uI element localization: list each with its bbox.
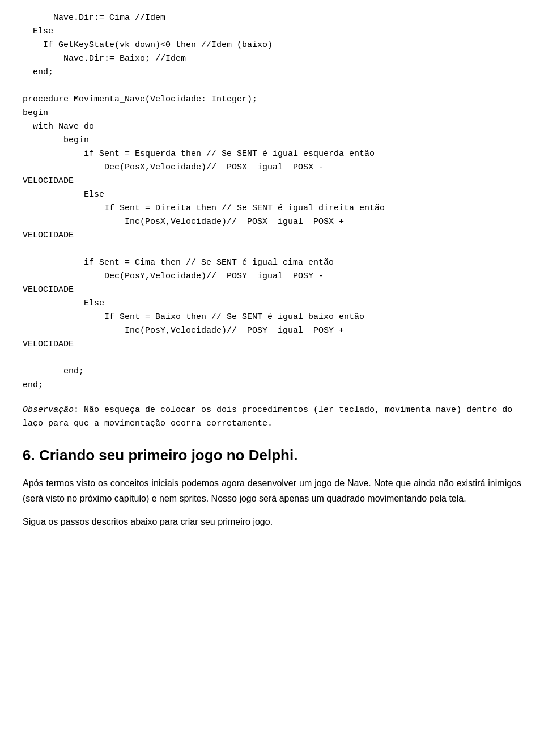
- code-line-2: Else: [23, 27, 53, 36]
- code-line-7: procedure Movimenta_Nave(Velocidade: Int…: [23, 95, 257, 104]
- section-title: 6. Criando seu primeiro jogo no Delphi.: [23, 444, 521, 466]
- code-line-23: If Sent = Baixo then // Se SENT é igual …: [23, 312, 364, 322]
- code-line-12: Dec(PosX,Velocidade)// POSX igual POSX -: [23, 163, 324, 172]
- observation-label: Observação: [23, 405, 74, 415]
- code-line-16: Inc(PosX,Velocidade)// POSX igual POSX +: [23, 217, 344, 227]
- section-number: 6.: [23, 447, 35, 464]
- code-line-21: VELOCIDADE: [23, 285, 74, 295]
- code-line-22: Else: [23, 299, 104, 308]
- code-line-13: VELOCIDADE: [23, 176, 74, 186]
- paragraph-1: Após termos visto os conceitos iniciais …: [23, 475, 521, 506]
- code-line-20: Dec(PosY,Velocidade)// POSY igual POSY -: [23, 271, 324, 281]
- section-heading: Criando seu primeiro jogo no Delphi.: [39, 447, 298, 464]
- code-line-24: Inc(PosY,Velocidade)// POSY igual POSY +: [23, 326, 344, 335]
- code-line-15: If Sent = Direita then // Se SENT é igua…: [23, 203, 385, 213]
- code-line-17: VELOCIDADE: [23, 231, 74, 240]
- code-line-1: Nave.Dir:= Cima //Idem: [23, 13, 165, 23]
- code-line-3: If GetKeyState(vk_down)<0 then //Idem (b…: [23, 40, 273, 50]
- code-line-8: begin: [23, 108, 48, 118]
- code-line-25: VELOCIDADE: [23, 339, 74, 349]
- code-line-4: Nave.Dir:= Baixo; //Idem: [23, 54, 186, 63]
- code-line-10: begin: [23, 135, 89, 145]
- code-block: Nave.Dir:= Cima //Idem Else If GetKeySta…: [23, 11, 521, 392]
- code-line-28: end;: [23, 380, 43, 390]
- code-line-14: Else: [23, 190, 104, 199]
- code-line-5: end;: [23, 67, 53, 77]
- observation-block: Observação: Não esqueça de colocar os do…: [23, 404, 521, 431]
- code-line-9: with Nave do: [23, 122, 94, 131]
- code-line-27: end;: [23, 367, 84, 376]
- paragraph-2: Sigua os passos descritos abaixo para cr…: [23, 514, 521, 529]
- code-line-11: if Sent = Esquerda then // Se SENT é igu…: [23, 149, 375, 159]
- code-line-19: if Sent = Cima then // Se SENT é igual c…: [23, 258, 334, 267]
- observation-text: : Não esqueça de colocar os dois procedi…: [23, 405, 512, 428]
